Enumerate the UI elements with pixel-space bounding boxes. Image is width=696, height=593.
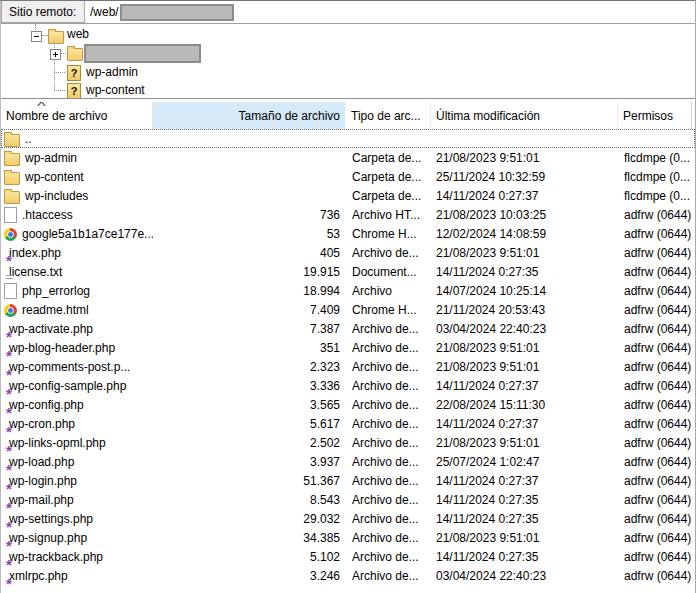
table-row[interactable]: wp-config-sample.php3.336Archivo de...14… [1, 376, 695, 395]
file-name-cell: wp-includes [1, 186, 153, 205]
file-name: .htaccess [22, 208, 73, 222]
table-row[interactable]: wp-load.php3.937Archivo de...25/07/2024 … [1, 452, 695, 471]
file-name: wp-includes [25, 189, 88, 203]
file-size-cell: 3.246 [153, 569, 346, 583]
file-name: wp-load.php [9, 455, 74, 469]
file-name-cell: wp-login.php [1, 471, 153, 490]
file-modified-cell: 14/11/2024 0:27:37 [431, 189, 618, 203]
column-header-name[interactable]: ^ Nombre de archivo [1, 102, 153, 129]
table-row[interactable]: .htaccess736Archivo HT...21/08/2023 10:0… [1, 205, 695, 224]
file-modified-cell: 22/08/2024 15:11:30 [431, 398, 618, 412]
file-type-cell: Archivo de... [346, 569, 431, 583]
file-size-cell: 51.367 [153, 474, 346, 488]
table-row[interactable]: .. [1, 129, 695, 148]
file-modified-cell: 14/11/2024 0:27:35 [431, 512, 618, 526]
table-row[interactable]: xmlrpc.php3.246Archivo de...03/04/2024 2… [1, 566, 695, 585]
table-row[interactable]: wp-comments-post.p...2.323Archivo de...2… [1, 357, 695, 376]
file-modified-cell: 14/11/2024 0:27:35 [431, 550, 618, 564]
file-modified-cell: 14/11/2024 0:27:37 [431, 379, 618, 393]
table-row[interactable]: wp-adminCarpeta de...21/08/2023 9:51:01f… [1, 148, 695, 167]
file-name: wp-signup.php [9, 531, 87, 545]
table-row[interactable]: wp-login.php51.367Archivo de...14/11/202… [1, 471, 695, 490]
table-row[interactable]: wp-cron.php5.617Archivo de...14/11/2024 … [1, 414, 695, 433]
remote-site-label: Sitio remoto: [1, 1, 85, 23]
table-row[interactable]: wp-signup.php34.385Archivo de...21/08/20… [1, 528, 695, 547]
table-row[interactable]: wp-blog-header.php351Archivo de...21/08/… [1, 338, 695, 357]
file-name-cell: wp-comments-post.p... [1, 357, 153, 376]
folder-icon [4, 153, 20, 166]
column-header-label: Permisos [623, 109, 673, 123]
folder-icon [4, 134, 20, 147]
collapse-expander-icon[interactable] [31, 31, 42, 42]
file-name: xmlrpc.php [9, 569, 68, 583]
table-row[interactable]: index.php405Archivo de...21/08/2023 9:51… [1, 243, 695, 262]
table-row[interactable]: license.txt19.915Document...14/11/2024 0… [1, 262, 695, 281]
file-name-cell: wp-config.php [1, 395, 153, 414]
file-permissions-cell: adfrw (0644) [618, 455, 692, 469]
tree-item-web[interactable]: web [67, 26, 89, 42]
redacted-folder-name[interactable] [84, 44, 201, 63]
column-header-size[interactable]: Tamaño de archivo [153, 102, 346, 129]
file-name-cell: wp-load.php [1, 452, 153, 471]
file-name-cell: wp-cron.php [1, 414, 153, 433]
column-header-label: Nombre de archivo [6, 109, 107, 123]
file-type-cell: Archivo de... [346, 246, 431, 260]
tree-item-wp-content[interactable]: wp-content [86, 82, 145, 98]
file-name-cell: .htaccess [1, 205, 153, 224]
file-modified-cell: 21/08/2023 9:51:01 [431, 341, 618, 355]
file-size-cell: 29.032 [153, 512, 346, 526]
file-name: wp-content [25, 170, 84, 184]
table-row[interactable]: google5a1b1a7ce177e...53Chrome H...12/02… [1, 224, 695, 243]
file-name-cell: xmlrpc.php [1, 566, 153, 585]
column-header-permissions[interactable]: Permisos [618, 102, 692, 129]
table-row[interactable]: wp-includesCarpeta de...14/11/2024 0:27:… [1, 186, 695, 205]
file-modified-cell: 21/11/2024 20:53:43 [431, 303, 618, 317]
file-name: readme.html [22, 303, 89, 317]
file-name-cell: .. [1, 129, 153, 148]
column-header-type[interactable]: Tipo de arc... [346, 102, 431, 129]
table-row[interactable]: wp-settings.php29.032Archivo de...14/11/… [1, 509, 695, 528]
file-type-cell: Carpeta de... [346, 151, 431, 165]
table-row[interactable]: wp-links-opml.php2.502Archivo de...21/08… [1, 433, 695, 452]
table-row[interactable]: wp-mail.php8.543Archivo de...14/11/2024 … [1, 490, 695, 509]
file-modified-cell: 21/08/2023 9:51:01 [431, 360, 618, 374]
table-row[interactable]: wp-activate.php7.387Archivo de...03/04/2… [1, 319, 695, 338]
table-row[interactable]: php_errorlog18.994Archivo14/07/2024 10:2… [1, 281, 695, 300]
file-name-cell: wp-settings.php [1, 509, 153, 528]
file-name-cell: readme.html [1, 300, 153, 319]
file-size-cell: 53 [153, 227, 346, 241]
remote-directory-tree[interactable]: web wp-admin wp-content [1, 24, 695, 98]
table-row[interactable]: wp-trackback.php5.102Archivo de...14/11/… [1, 547, 695, 566]
file-permissions-cell: adfrw (0644) [618, 531, 692, 545]
file-type-cell: Archivo de... [346, 512, 431, 526]
file-modified-cell: 21/08/2023 9:51:01 [431, 246, 618, 260]
table-row[interactable]: readme.html7.409Chrome H...21/11/2024 20… [1, 300, 695, 319]
file-name: wp-mail.php [9, 493, 74, 507]
file-permissions-cell: adfrw (0644) [618, 550, 692, 564]
file-name-cell: wp-mail.php [1, 490, 153, 509]
file-name-cell: license.txt [1, 262, 153, 281]
file-name: wp-cron.php [9, 417, 75, 431]
file-name: license.txt [9, 265, 62, 279]
file-name: google5a1b1a7ce177e... [22, 227, 153, 241]
file-permissions-cell: adfrw (0644) [618, 360, 692, 374]
expand-expander-icon[interactable] [50, 49, 61, 60]
file-name: wp-login.php [9, 474, 77, 488]
table-row[interactable]: wp-config.php3.565Archivo de...22/08/202… [1, 395, 695, 414]
file-name: wp-links-opml.php [9, 436, 106, 450]
file-name-cell: wp-config-sample.php [1, 376, 153, 395]
file-size-cell: 736 [153, 208, 346, 222]
remote-path-combobox[interactable]: /web/ [85, 1, 695, 23]
file-size-cell: 19.915 [153, 265, 346, 279]
file-permissions-cell: adfrw (0644) [618, 246, 692, 260]
table-row[interactable]: wp-contentCarpeta de...25/11/2024 10:32:… [1, 167, 695, 186]
file-type-cell: Chrome H... [346, 227, 431, 241]
file-size-cell: 3.336 [153, 379, 346, 393]
file-type-cell: Archivo de... [346, 474, 431, 488]
file-name-cell: wp-activate.php [1, 319, 153, 338]
tree-item-wp-admin[interactable]: wp-admin [86, 64, 138, 80]
file-permissions-cell: adfrw (0644) [618, 474, 692, 488]
folder-question-icon [67, 65, 81, 81]
column-header-modified[interactable]: Última modificación [431, 102, 618, 129]
remote-path-value: /web/ [90, 5, 119, 19]
